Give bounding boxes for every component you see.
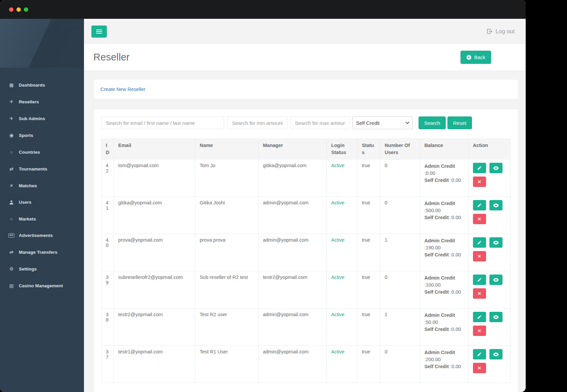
sidebar-item-resellers[interactable]: ✈Resellers (0, 93, 84, 110)
sidebar-item-tournaments[interactable]: ⇄Tournaments (0, 160, 84, 177)
close-icon: × (478, 328, 481, 334)
ad-icon: AD (8, 233, 14, 237)
sidebar-item-label: Resellers (19, 99, 39, 104)
cell-name: Gitika Joshi (195, 197, 258, 234)
maximize-window-button[interactable] (24, 7, 28, 12)
delete-reseller-button[interactable]: × (473, 288, 486, 299)
cell-login-status: Active (327, 308, 357, 346)
table-row: 41gitika@yopmail.comGitika Joshiadmin@yo… (101, 197, 511, 234)
column-header-number-of-users: Number Of Users (380, 139, 420, 159)
cell-action: × (468, 159, 510, 197)
view-reseller-button[interactable] (489, 275, 503, 285)
sidebar-item-advertisements[interactable]: ADAdvertisements (0, 227, 84, 244)
delete-reseller-button[interactable]: × (473, 214, 486, 224)
sidebar-item-matches[interactable]: ×Matches (0, 177, 84, 194)
transfer-icon: ⇌ (8, 249, 14, 255)
cell-status: true (357, 271, 380, 308)
table-row: 39subresellerofr2@yopmail.comSub reselle… (101, 271, 511, 308)
sidebar-item-markets[interactable]: ○Markets (0, 210, 84, 227)
view-reseller-button[interactable] (489, 200, 503, 210)
minimize-window-button[interactable] (16, 7, 21, 12)
cell-name: Sub reseller of R2 test (195, 271, 258, 308)
search-button[interactable]: Search (419, 116, 446, 129)
cell-manager: testr2@yopmail.com (258, 271, 326, 308)
create-new-reseller-link[interactable]: Create New Reseller (100, 87, 145, 92)
sidebar-item-settings[interactable]: ⚙Settings (0, 260, 84, 277)
grid-icon: ▦ (8, 82, 14, 88)
delete-reseller-button[interactable]: × (473, 177, 486, 187)
cell-manager: admin@yopmail.com (258, 197, 326, 234)
cell-balance: Admin Credit :100.00Self Credit :0.00 (420, 271, 468, 308)
back-label: Back (474, 54, 485, 60)
reset-button[interactable]: Reset (447, 116, 472, 129)
sidebar-item-users[interactable]: Users (0, 194, 84, 210)
edit-reseller-button[interactable] (473, 312, 486, 322)
shuffle-icon: ⇄ (8, 166, 14, 172)
close-icon: × (478, 291, 481, 296)
cell-login-status: Active (327, 346, 357, 383)
cell-number-of-users: 0 (380, 346, 420, 383)
cell-id: 38 (101, 308, 114, 346)
sidebar-item-dashboards[interactable]: ▦Dashboards (0, 77, 84, 93)
gamepad-icon: × (8, 183, 14, 188)
window-chrome (0, 0, 526, 19)
edit-reseller-button[interactable] (473, 200, 486, 210)
cell-name: Test R2 user (195, 308, 258, 346)
cell-status: true (357, 346, 380, 383)
sidebar-item-label: Users (19, 200, 32, 205)
cell-email: subresellerofr2@yopmail.com (114, 271, 195, 308)
top-navbar: Log out (84, 19, 526, 44)
sidebar-item-sub-admins[interactable]: ✈Sub Admins (0, 110, 84, 127)
credit-type-select[interactable]: Self Credit (352, 116, 413, 129)
close-window-button[interactable] (9, 7, 13, 12)
cell-status: true (357, 197, 380, 234)
cell-status: true (357, 234, 380, 271)
search-input[interactable] (101, 116, 224, 129)
cell-balance: Admin Credit :50.00Self Credit :0.00 (420, 308, 468, 346)
main-area: Log out Reseller Back Creat (84, 19, 526, 392)
table-row: 40prova@yopmail.comprova provaadmin@yopm… (101, 234, 511, 271)
view-reseller-button[interactable] (489, 163, 503, 173)
sidebar-item-label: Dashboards (19, 83, 45, 88)
min-amount-input[interactable] (227, 116, 287, 129)
sidebar-item-label: Advertisements (19, 233, 53, 238)
sidebar-item-sports[interactable]: ◉Sports (0, 127, 84, 144)
cell-balance: Admin Credit :200.00Self Credit :0.00 (420, 346, 468, 383)
pencil-icon (477, 278, 482, 282)
view-reseller-button[interactable] (489, 312, 503, 322)
sidebar-item-label: Casino Management (19, 283, 63, 288)
resellers-table: IDEmailNameManagerLogin StatusStatusNumb… (101, 139, 511, 383)
cell-email: testr1@yopmail.com (114, 346, 195, 383)
back-button[interactable]: Back (461, 51, 491, 64)
sidebar-item-manage-transfers[interactable]: ⇌Manage Transfers (0, 244, 84, 260)
edit-reseller-button[interactable] (473, 349, 486, 359)
arrow-circle-left-icon (466, 55, 472, 60)
edit-reseller-button[interactable] (473, 163, 486, 173)
cell-email: tom@yopmail.com (114, 159, 195, 197)
max-amount-input[interactable] (290, 116, 350, 129)
delete-reseller-button[interactable]: × (473, 326, 486, 336)
column-header-name: Name (195, 139, 258, 159)
sidebar-item-label: Tournaments (19, 166, 47, 172)
pencil-icon (477, 166, 482, 170)
cell-number-of-users: 1 (380, 308, 420, 346)
cell-login-status: Active (327, 159, 357, 197)
delete-reseller-button[interactable]: × (473, 251, 486, 261)
logout-button[interactable]: Log out (487, 28, 515, 35)
cell-balance: Admin Credit :500.00Self Credit :0.00 (420, 197, 468, 234)
close-icon: × (478, 365, 481, 371)
view-reseller-button[interactable] (489, 349, 503, 359)
edit-reseller-button[interactable] (473, 275, 486, 285)
table-row: 42tom@yopmail.comTom Jogitika@yopmail.co… (101, 159, 511, 197)
sidebar-item-casino-management[interactable]: ▤Casino Management (0, 277, 84, 294)
logout-label: Log out (495, 28, 515, 35)
column-header-email: Email (114, 139, 195, 159)
view-reseller-button[interactable] (489, 237, 503, 248)
cell-balance: Admin Credit :0.00Self Credit :0.00 (420, 159, 468, 197)
edit-reseller-button[interactable] (473, 237, 486, 248)
delete-reseller-button[interactable]: × (473, 363, 486, 373)
cell-manager: admin@yopmail.com (258, 308, 326, 346)
sidebar-toggle-button[interactable] (91, 26, 107, 38)
eye-icon (493, 203, 499, 207)
sidebar-item-countries[interactable]: ○Countries (0, 144, 84, 160)
